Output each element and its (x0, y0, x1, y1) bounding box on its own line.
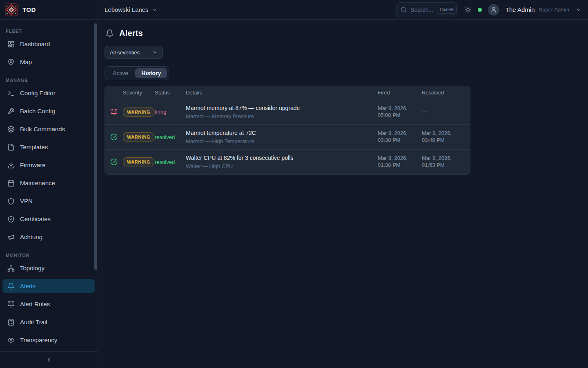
resolved-time: Mar 8, 2026, 01:53 PM (422, 155, 470, 169)
table-header-row: SeverityStatusDetailsFiredResolved (105, 86, 470, 99)
sidebar-item-firmware[interactable]: Firmware (2, 158, 95, 172)
alerts-tabs: ActiveHistory (105, 66, 169, 80)
org-switcher[interactable]: Lebowski Lanes (105, 6, 158, 13)
network-icon (7, 265, 15, 272)
fired-time: Mar 8, 2026, 03:38 PM (378, 130, 422, 144)
sidebar-item-vpn[interactable]: VPN (2, 194, 95, 208)
calendar-icon (7, 180, 15, 187)
search-input[interactable]: Search... Cmd+K (396, 2, 458, 17)
check-circle-icon (105, 133, 123, 141)
fired-time: Mar 8, 2026, 01:38 PM (378, 155, 422, 169)
resolved-time: Mar 8, 2026, 03:48 PM (422, 130, 470, 144)
sidebar-item-achtung[interactable]: Achtung (2, 230, 95, 244)
shield-check-icon (7, 215, 15, 223)
sidebar-nav: FLEETDashboardMapMANAGEConfig EditorBatc… (0, 20, 98, 351)
sidebar-item-certificates[interactable]: Certificates (2, 212, 95, 226)
topbar: Lebowski Lanes Search... Cmd+K The Admin… (98, 0, 588, 20)
alert-title: Marmot memory at 87% — consider upgrade (186, 105, 371, 111)
sidebar-item-batch-config[interactable]: Batch Config (2, 104, 95, 118)
sidebar-item-label: Templates (20, 144, 48, 150)
column-header-fired: Fired (378, 90, 422, 96)
sidebar-item-audit-trail[interactable]: Audit Trail (2, 315, 95, 329)
fired-time: Mar 8, 2026, 05:08 PM (378, 105, 422, 119)
status-text: resolved (155, 159, 186, 165)
chevron-down-icon (152, 49, 158, 55)
sidebar-item-label: Map (20, 58, 32, 65)
sidebar-item-topology[interactable]: Topology (2, 261, 95, 275)
org-name: Lebowski Lanes (105, 6, 149, 13)
sidebar-item-maintenance[interactable]: Maintenance (2, 176, 95, 190)
column-header-severity: Severity (123, 90, 155, 96)
sidebar-item-templates[interactable]: Templates (2, 140, 95, 154)
file-icon (7, 144, 15, 151)
severity-badge: WARNING (123, 157, 154, 166)
user-role-badge: Super Admin (539, 7, 569, 13)
sidebar-item-label: Dashboard (20, 40, 50, 47)
megaphone-icon (7, 233, 15, 241)
search-placeholder: Search... (410, 7, 433, 13)
alert-subtitle: Marmot — High Temperature (186, 138, 371, 144)
sidebar-item-map[interactable]: Map (2, 55, 95, 69)
user-menu-chevron-down-icon[interactable] (575, 7, 581, 13)
sidebar-item-label: VPN (20, 197, 33, 204)
search-icon (401, 7, 407, 13)
tab-active[interactable]: Active (107, 68, 134, 78)
status-text: firing (155, 109, 186, 115)
sidebar-item-bulk-commands[interactable]: Bulk Commands (2, 122, 95, 136)
status-text: resolved (155, 134, 186, 140)
sidebar-item-dashboard[interactable]: Dashboard (2, 37, 95, 51)
sidebar-item-label: Topology (20, 265, 45, 272)
alert-subtitle: Marmot — Memory Pressure (186, 113, 371, 119)
page-content: Alerts All severities ActiveHistory Seve… (98, 20, 588, 368)
check-circle-icon (105, 158, 123, 166)
table-row[interactable]: WARNINGresolvedMarmot temperature at 72C… (105, 124, 470, 149)
resolved-time: — (422, 108, 470, 115)
wrench-icon (7, 108, 15, 115)
sidebar-item-label: Transparency (20, 337, 57, 343)
sidebar-item-alert-rules[interactable]: Alert Rules (2, 297, 95, 311)
sidebar-item-label: Certificates (20, 215, 51, 222)
alert-details: Walter CPU at 82% for 3 consecutive poll… (186, 155, 378, 169)
main-area: Lebowski Lanes Search... Cmd+K The Admin… (98, 0, 588, 368)
layers-icon (7, 126, 15, 133)
sidebar-item-config-editor[interactable]: Config Editor (2, 86, 95, 100)
theme-toggle-sun-icon[interactable] (464, 6, 472, 13)
severity-filter-select[interactable]: All severities (105, 46, 163, 59)
brand-name: TOD (22, 6, 36, 13)
table-row[interactable]: WARNINGresolvedWalter CPU at 82% for 3 c… (105, 149, 470, 174)
alert-title: Walter CPU at 82% for 3 consecutive poll… (186, 155, 371, 161)
clipboard-list-icon (7, 319, 15, 326)
column-header-resolved: Resolved (422, 90, 470, 96)
search-shortcut-badge: Cmd+K (437, 6, 457, 13)
sidebar-item-label: Config Editor (20, 90, 56, 96)
page-title: Alerts (119, 29, 143, 38)
brand: TOD (0, 0, 98, 20)
shield-icon (7, 197, 15, 205)
severity-badge: WARNING (123, 108, 154, 117)
alert-title: Marmot temperature at 72C (186, 130, 371, 136)
chevron-left-icon (46, 357, 52, 363)
avatar[interactable] (488, 4, 499, 16)
sidebar-item-label: Firmware (20, 162, 46, 168)
bell-ring-icon (7, 301, 15, 308)
table-row[interactable]: WARNINGfiringMarmot memory at 87% — cons… (105, 99, 470, 124)
sidebar-scrollbar[interactable] (94, 23, 97, 270)
eye-icon (7, 337, 15, 344)
bell-ring-icon (105, 108, 123, 116)
brand-logo-icon (5, 3, 18, 16)
download-icon (7, 162, 15, 169)
tab-history[interactable]: History (135, 68, 167, 78)
table-body: WARNINGfiringMarmot memory at 87% — cons… (105, 99, 470, 174)
sidebar-item-alerts[interactable]: Alerts (2, 279, 95, 293)
online-status-dot (478, 8, 482, 12)
sidebar-item-label: Achtung (20, 233, 42, 240)
severity-badge: WARNING (123, 132, 154, 141)
sidebar-collapse-button[interactable] (0, 351, 98, 368)
sidebar-item-transparency[interactable]: Transparency (2, 333, 95, 347)
alert-details: Marmot memory at 87% — consider upgradeM… (186, 105, 378, 119)
terminal-icon (7, 90, 15, 97)
map-pin-icon (7, 58, 15, 66)
nav-section-label: MANAGE (6, 78, 92, 83)
sidebar-item-label: Alerts (20, 283, 36, 289)
column-header-status: Status (155, 90, 186, 96)
